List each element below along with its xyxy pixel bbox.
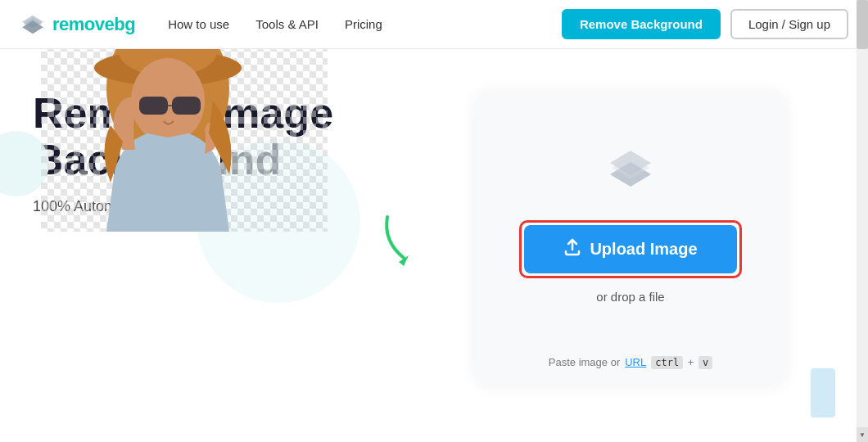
scrollbar-arrow-down[interactable]: ▼: [857, 427, 868, 442]
upload-card: Upload Image or drop a file Paste image …: [475, 90, 786, 385]
curved-arrow: [379, 213, 424, 270]
nav-pricing[interactable]: Pricing: [345, 17, 382, 31]
nav-how-to-use[interactable]: How to use: [168, 17, 229, 31]
right-section: Upload Image or drop a file Paste image …: [426, 82, 835, 385]
upload-logo-icon: [602, 147, 659, 192]
paste-area: Paste image or URL ctrl + v: [475, 356, 786, 368]
logo-remove: remove: [52, 14, 114, 34]
logo-text: removebg: [52, 14, 135, 35]
paste-url-link[interactable]: URL: [625, 356, 646, 368]
logo-icon: [20, 11, 46, 38]
shortcut-ctrl: ctrl + v: [651, 356, 712, 368]
logo-bg: bg: [114, 14, 135, 34]
remove-background-button[interactable]: Remove Background: [562, 9, 721, 39]
main-content: Remove Image Background 100% Automatical…: [0, 49, 868, 442]
kbd-v: v: [698, 356, 712, 369]
hero-image: [41, 49, 328, 232]
woman-svg: [41, 49, 328, 232]
navbar: removebg How to use Tools & API Pricing …: [0, 0, 868, 49]
arrow-area: [377, 82, 426, 270]
left-section: Remove Image Background 100% Automatical…: [33, 82, 377, 232]
shortcut-plus: +: [688, 356, 694, 368]
upload-button-label: Upload Image: [590, 240, 697, 259]
svg-rect-8: [172, 97, 201, 115]
scrollbar[interactable]: ▲ ▼: [857, 0, 868, 442]
nav-buttons: Remove Background Login / Sign up: [562, 9, 848, 39]
svg-rect-7: [139, 97, 168, 115]
kbd-ctrl: ctrl: [651, 356, 683, 369]
upload-icon: [563, 238, 581, 260]
scrollbar-thumb[interactable]: [857, 0, 868, 49]
paste-label: Paste image or: [549, 356, 620, 368]
upload-image-button[interactable]: Upload Image: [524, 225, 736, 273]
logo[interactable]: removebg: [20, 11, 135, 38]
upload-button-wrapper: Upload Image: [519, 220, 741, 278]
nav-links: How to use Tools & API Pricing: [168, 17, 562, 31]
nav-tools-api[interactable]: Tools & API: [255, 17, 319, 31]
upload-card-logo: [602, 147, 659, 196]
login-signup-button[interactable]: Login / Sign up: [730, 9, 848, 39]
deco-rect-right: [811, 368, 835, 417]
or-drop-text: or drop a file: [596, 290, 664, 304]
